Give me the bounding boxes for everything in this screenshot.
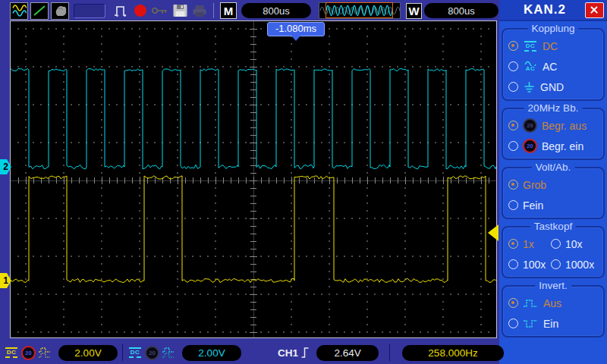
main-timebase-label: M (220, 2, 237, 19)
section-title: 20MHz Bb. (524, 102, 583, 114)
option-label: 1000x (565, 259, 594, 271)
option-label: Begr. aus (542, 120, 587, 132)
ch1-bw-limit-icon: 20 (21, 346, 36, 360)
sidebar-sections: KopplungDCDCACACGND20MHz Bb.20Begr. aus2… (499, 28, 607, 337)
ch2-invert-icon (162, 347, 177, 359)
channels-waves-button[interactable] (10, 2, 28, 20)
statusbar-divider (122, 344, 123, 361)
radio-icon (508, 61, 518, 71)
section-20mhz-bb: 20MHz Bb.20Begr. aus20Begr. ein (502, 108, 605, 160)
option-fein[interactable]: Fein (505, 195, 602, 215)
invert-off-icon (523, 298, 539, 309)
key-lock-icon[interactable] (151, 5, 169, 17)
radio-icon (508, 82, 518, 92)
close-menu-button[interactable] (585, 2, 604, 18)
bw-limit-on-icon: 20 (523, 139, 537, 153)
print-button[interactable] (191, 3, 208, 18)
option-ac[interactable]: ACAC (505, 56, 602, 77)
radio-icon (508, 239, 518, 249)
trigger-source-label: CH1 (278, 347, 298, 359)
menu-titlebar: KAN.2 (499, 0, 607, 21)
zoom-preview[interactable] (319, 2, 401, 19)
section-title: Volt/Ab. (532, 162, 575, 173)
radio-icon (508, 259, 518, 269)
option-10x[interactable]: 10x (547, 234, 602, 254)
option-begr-ein[interactable]: 20Begr. ein (505, 136, 602, 156)
ac-coupling-icon: AC (523, 61, 538, 72)
option-label: Ein (543, 318, 558, 330)
radio-icon (508, 298, 518, 308)
section-title: Tastkopf (530, 221, 576, 232)
option-label: Grob (523, 179, 546, 191)
hand-grab-button[interactable] (51, 2, 69, 20)
oscilloscope-screen: M 800us W 800us -1.080ms 2 1 KAN.2 Koppl… (0, 0, 607, 364)
ch2-bw-limit-icon: 20 (145, 346, 159, 360)
option-grob[interactable]: Grob (505, 174, 602, 195)
dc-coupling-icon: DC (523, 41, 538, 52)
empty-slot (74, 4, 105, 18)
record-button[interactable] (134, 5, 146, 17)
option-aus[interactable]: Aus (505, 293, 602, 313)
option-label: Begr. ein (542, 140, 583, 152)
radio-icon (508, 180, 518, 190)
option-gnd[interactable]: GND (505, 77, 602, 97)
window-timebase-value: 800us (424, 3, 498, 18)
option-label: 10x (565, 238, 583, 250)
option-begr-aus[interactable]: 20Begr. aus (505, 115, 602, 136)
ch2-dc-coupling-icon: DC (127, 347, 143, 358)
ch1-dc-coupling-icon: DC (4, 347, 19, 358)
invert-on-icon (523, 318, 539, 329)
radio-icon (508, 141, 518, 151)
option-label: 1x (523, 238, 534, 250)
channels-waves-icon (11, 4, 27, 17)
option-1000x[interactable]: 1000x (547, 254, 602, 275)
ch1-scale-readout: 2.00V (58, 345, 118, 361)
section-kopplung: KopplungDCDCACACGND (502, 28, 605, 101)
window-timebase-label: W (406, 3, 422, 19)
trigger-level-readout: 2.64V (316, 345, 379, 361)
ch1-invert-icon (38, 347, 53, 359)
option-label: AC (543, 61, 557, 73)
option-label: 100x (523, 259, 546, 271)
gnd-icon (523, 81, 536, 93)
waveform-display (10, 20, 497, 338)
pulse-capture-icon[interactable] (113, 3, 130, 18)
save-floppy-button[interactable] (172, 3, 188, 18)
radio-icon (508, 41, 518, 51)
bw-limit-off-icon: 20 (523, 118, 537, 133)
option-dc[interactable]: DCDC (505, 36, 602, 56)
top-toolbar: M 800us W 800us (0, 0, 499, 21)
status-bar: DC 20 2.00V DC 20 2.00V CH1 (0, 341, 499, 364)
ch2-scale-readout: 2.00V (182, 345, 241, 361)
section-title: Kopplung (527, 23, 578, 34)
channel-menu-sidebar: KAN.2 KopplungDCDCACACGND20MHz Bb.20Begr… (499, 0, 607, 364)
trigger-rising-edge-icon (300, 346, 310, 359)
option-label: GND (540, 81, 564, 93)
option-1x[interactable]: 1x (505, 234, 547, 254)
trigger-delay-badge: -1.080ms (267, 22, 325, 36)
slope-line-icon (32, 4, 47, 17)
option-label: DC (543, 40, 558, 52)
slope-line-button[interactable] (30, 2, 49, 20)
menu-title: KAN.2 (524, 2, 566, 17)
section-invert: Invert.AusEin (502, 285, 605, 337)
radio-icon (551, 259, 561, 269)
toolbar-divider (213, 3, 214, 18)
option-100x[interactable]: 100x (505, 254, 547, 275)
trigger-position-marker[interactable] (291, 36, 300, 41)
hand-grab-icon (52, 4, 68, 17)
statusbar-divider (389, 344, 390, 361)
section-title: Invert. (535, 280, 571, 291)
section-tastkopf: Tastkopf1x10x100x1000x (502, 226, 605, 278)
radio-icon (508, 200, 518, 210)
option-label: Fein (523, 199, 543, 212)
option-label: Aus (543, 297, 561, 309)
radio-icon (508, 318, 518, 328)
option-ein[interactable]: Ein (505, 313, 602, 334)
section-volt-ab: Volt/Ab.GrobFein (502, 167, 605, 219)
radio-icon (508, 121, 518, 130)
zoom-window-frame[interactable] (326, 2, 393, 18)
radio-icon (551, 239, 561, 249)
main-timebase-value: 800us (241, 3, 311, 18)
frequency-counter-readout: 258.000Hz (402, 345, 504, 361)
